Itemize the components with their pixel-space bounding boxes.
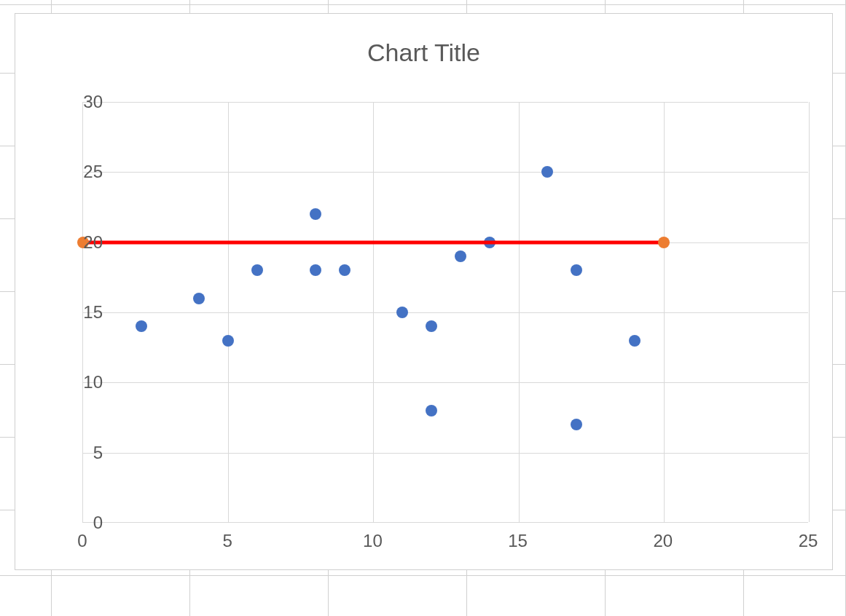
data-point[interactable] xyxy=(396,307,408,318)
y-axis-tick-label: 30 xyxy=(15,92,103,112)
y-axis-tick-label: 5 xyxy=(15,443,103,463)
x-axis-tick-label: 15 xyxy=(508,531,528,551)
data-point[interactable] xyxy=(136,320,147,332)
data-point[interactable] xyxy=(426,405,437,416)
x-axis-tick-label: 25 xyxy=(799,531,818,551)
x-axis-tick-label: 5 xyxy=(223,531,232,551)
plot-area[interactable] xyxy=(82,102,808,523)
data-point[interactable] xyxy=(339,264,350,276)
y-axis-tick-label: 20 xyxy=(15,232,103,253)
y-axis-tick-label: 0 xyxy=(15,513,103,533)
y-axis-tick-label: 25 xyxy=(15,162,103,182)
data-point[interactable] xyxy=(222,335,234,347)
y-axis-tick-label: 15 xyxy=(15,302,103,323)
chart-title[interactable]: Chart Title xyxy=(15,39,832,67)
data-point[interactable] xyxy=(629,335,641,347)
data-point[interactable] xyxy=(571,419,582,430)
gridline-horizontal xyxy=(83,312,808,313)
x-axis-tick-label: 0 xyxy=(77,531,87,551)
data-point[interactable] xyxy=(310,208,321,220)
chart-object[interactable]: Chart Title 0510152025051015202530 xyxy=(15,13,833,570)
gridline-horizontal xyxy=(83,382,808,383)
target-line-marker[interactable] xyxy=(658,237,670,248)
gridline-horizontal xyxy=(83,453,808,454)
data-point[interactable] xyxy=(251,264,263,276)
data-point[interactable] xyxy=(541,166,553,178)
x-axis-tick-label: 10 xyxy=(363,531,383,551)
target-line[interactable] xyxy=(83,240,664,244)
gridline-horizontal xyxy=(83,172,808,173)
data-point[interactable] xyxy=(571,264,582,276)
gridline-horizontal xyxy=(83,102,808,103)
y-axis-tick-label: 10 xyxy=(15,372,103,392)
data-point[interactable] xyxy=(426,320,437,332)
data-point[interactable] xyxy=(455,250,466,262)
gridline-vertical xyxy=(809,102,810,522)
data-point[interactable] xyxy=(193,293,205,304)
data-point[interactable] xyxy=(310,264,321,276)
x-axis-tick-label: 20 xyxy=(653,531,673,551)
